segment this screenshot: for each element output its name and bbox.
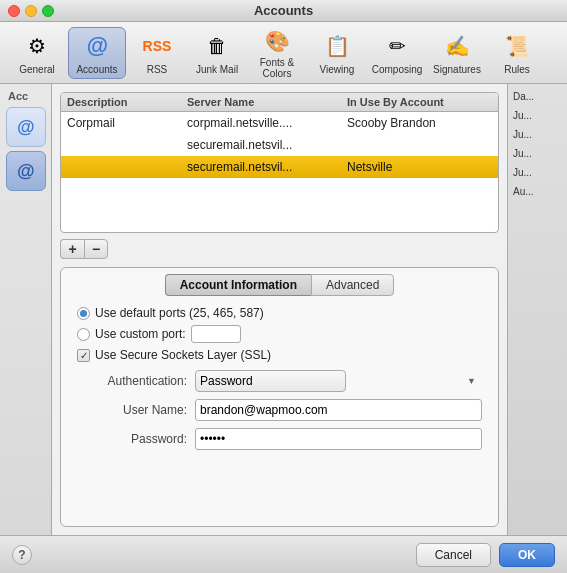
checkbox-ssl-row: ✓ Use Secure Sockets Layer (SSL) — [77, 348, 482, 362]
tab-advanced[interactable]: Advanced — [311, 274, 394, 296]
tab-panel: Account Information Advanced Use default… — [60, 267, 499, 527]
main-content: Acc @ @ Description Server Name In Use B… — [0, 84, 567, 535]
col-inuse-header: In Use By Account — [347, 96, 492, 108]
checkbox-ssl-label: Use Secure Sockets Layer (SSL) — [95, 348, 271, 362]
title-bar: Accounts — [0, 0, 567, 22]
right-panel-item: Ju... — [510, 126, 565, 143]
tab-account-info[interactable]: Account Information — [165, 274, 311, 296]
add-account-button[interactable]: + — [60, 239, 84, 259]
remove-account-button[interactable]: − — [84, 239, 108, 259]
sidebar-account-1[interactable]: @ — [6, 107, 46, 147]
toolbar-accounts[interactable]: @ Accounts — [68, 27, 126, 79]
col-description-header: Description — [67, 96, 187, 108]
username-row: User Name: — [77, 399, 482, 421]
right-panel-item: Ju... — [510, 164, 565, 181]
table-row-selected[interactable]: securemail.netsvil... Netsville — [61, 156, 498, 178]
toolbar-rules-label: Rules — [504, 64, 530, 75]
auth-row: Authentication: Password MD5 Challenge-R… — [77, 370, 482, 392]
dialog-content: Description Server Name In Use By Accoun… — [52, 84, 507, 535]
accounts-table-container: Description Server Name In Use By Accoun… — [60, 92, 499, 233]
toolbar-rules[interactable]: 📜 Rules — [488, 27, 546, 79]
viewing-icon: 📋 — [321, 30, 353, 62]
custom-port-input[interactable] — [191, 325, 241, 343]
toolbar-accounts-label: Accounts — [76, 64, 117, 75]
password-label: Password: — [77, 432, 187, 446]
radio-default-ports-row: Use default ports (25, 465, 587) — [77, 306, 482, 320]
signatures-icon: ✍ — [441, 30, 473, 62]
radio-custom-port-row: Use custom port: — [77, 325, 482, 343]
username-input[interactable] — [195, 399, 482, 421]
tab-bar: Account Information Advanced — [61, 268, 498, 296]
table-row[interactable]: Corpmail corpmail.netsville.... Scooby B… — [61, 112, 498, 134]
toolbar-composing-label: Composing — [372, 64, 423, 75]
toolbar-viewing[interactable]: 📋 Viewing — [308, 27, 366, 79]
right-panel-item: Da... — [510, 88, 565, 105]
toolbar-junk-label: Junk Mail — [196, 64, 238, 75]
toolbar-fonts[interactable]: 🎨 Fonts & Colors — [248, 27, 306, 79]
table-body: Corpmail corpmail.netsville.... Scooby B… — [61, 112, 498, 232]
general-icon: ⚙ — [21, 30, 53, 62]
cancel-button[interactable]: Cancel — [416, 543, 491, 567]
cell-desc-1: Corpmail — [67, 116, 187, 130]
junk-icon: 🗑 — [201, 30, 233, 62]
right-panel-item: Ju... — [510, 145, 565, 162]
auth-select[interactable]: Password MD5 Challenge-Response NTLM Ker… — [195, 370, 346, 392]
bottom-buttons: Cancel OK — [416, 543, 555, 567]
right-panel-item: Au... — [510, 183, 565, 200]
accounts-icon: @ — [81, 30, 113, 62]
toolbar-junk[interactable]: 🗑 Junk Mail — [188, 27, 246, 79]
right-panel-item: Ju... — [510, 107, 565, 124]
toolbar-composing[interactable]: ✏ Composing — [368, 27, 426, 79]
window-title: Accounts — [254, 3, 313, 18]
cell-server-1: corpmail.netsville.... — [187, 116, 347, 130]
tab-content: Use default ports (25, 465, 587) Use cus… — [61, 296, 498, 526]
password-input[interactable] — [195, 428, 482, 450]
auth-label: Authentication: — [77, 374, 187, 388]
minimize-button[interactable] — [25, 5, 37, 17]
window-controls — [8, 5, 54, 17]
col-server-header: Server Name — [187, 96, 347, 108]
fonts-icon: 🎨 — [261, 27, 293, 55]
username-label: User Name: — [77, 403, 187, 417]
toolbar: ⚙ General @ Accounts RSS RSS 🗑 Junk Mail… — [0, 22, 567, 84]
radio-default-ports-label: Use default ports (25, 465, 587) — [95, 306, 264, 320]
toolbar-fonts-label: Fonts & Colors — [248, 57, 306, 79]
sidebar-header: Acc — [4, 88, 47, 104]
composing-icon: ✏ — [381, 30, 413, 62]
radio-custom-port-label: Use custom port: — [95, 327, 186, 341]
bottom-bar: ? Cancel OK — [0, 535, 567, 573]
cell-server-2: securemail.netsvil... — [187, 138, 347, 152]
checkbox-ssl[interactable]: ✓ — [77, 349, 90, 362]
cell-server-3: securemail.netsvil... — [187, 160, 347, 174]
auth-select-wrapper: Password MD5 Challenge-Response NTLM Ker… — [195, 370, 482, 392]
cell-use-3: Netsville — [347, 160, 492, 174]
maximize-button[interactable] — [42, 5, 54, 17]
toolbar-general-label: General — [19, 64, 55, 75]
ok-button[interactable]: OK — [499, 543, 555, 567]
table-row[interactable]: securemail.netsvil... — [61, 134, 498, 156]
toolbar-general[interactable]: ⚙ General — [8, 27, 66, 79]
help-button[interactable]: ? — [12, 545, 32, 565]
password-row: Password: — [77, 428, 482, 450]
close-button[interactable] — [8, 5, 20, 17]
cell-use-1: Scooby Brandon — [347, 116, 492, 130]
toolbar-signatures[interactable]: ✍ Signatures — [428, 27, 486, 79]
add-remove-row: + − — [60, 239, 499, 259]
rss-icon: RSS — [141, 30, 173, 62]
toolbar-rss[interactable]: RSS RSS — [128, 27, 186, 79]
toolbar-rss-label: RSS — [147, 64, 168, 75]
toolbar-signatures-label: Signatures — [433, 64, 481, 75]
sidebar-account-2[interactable]: @ — [6, 151, 46, 191]
toolbar-viewing-label: Viewing — [320, 64, 355, 75]
rules-icon: 📜 — [501, 30, 533, 62]
radio-default-ports[interactable] — [77, 307, 90, 320]
radio-custom-port[interactable] — [77, 328, 90, 341]
right-panel: Da... Ju... Ju... Ju... Ju... Au... — [507, 84, 567, 535]
table-header: Description Server Name In Use By Accoun… — [61, 93, 498, 112]
sidebar: Acc @ @ — [0, 84, 52, 535]
